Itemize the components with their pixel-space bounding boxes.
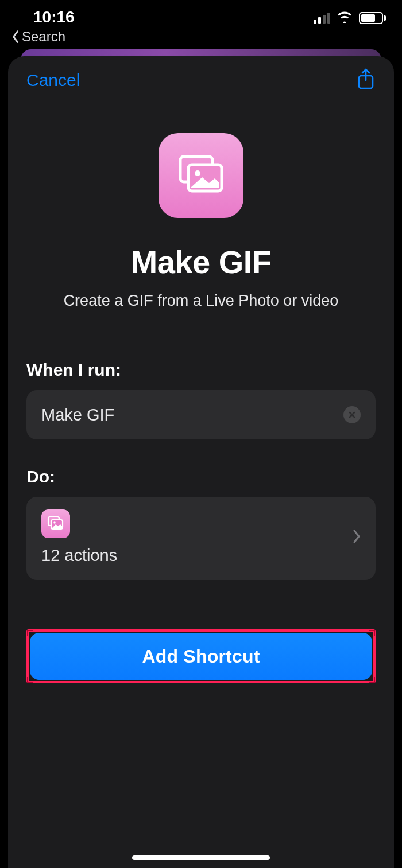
hero: Make GIF Create a GIF from a Live Photo … xyxy=(26,133,376,310)
back-to-search[interactable]: Search xyxy=(11,29,65,45)
shortcut-name-value: Make GIF xyxy=(41,406,343,425)
wifi-icon xyxy=(336,9,353,27)
shortcut-sheet: Cancel Make GIF Create a GIF from a Live… xyxy=(8,56,394,868)
svg-point-6 xyxy=(53,521,56,524)
actions-row[interactable]: 12 actions xyxy=(26,497,376,580)
battery-icon xyxy=(359,12,386,24)
cancel-button[interactable]: Cancel xyxy=(26,71,80,90)
when-i-run-label: When I run: xyxy=(26,360,376,380)
phone-frame: 10:16 Search Cancel xyxy=(0,0,402,868)
status-bar: 10:16 xyxy=(0,0,402,31)
svg-point-3 xyxy=(195,170,200,176)
photos-icon xyxy=(177,154,225,197)
cellular-signal-icon xyxy=(314,12,330,24)
add-shortcut-button[interactable]: Add Shortcut xyxy=(30,633,372,680)
sheet-header: Cancel xyxy=(26,56,376,104)
close-icon xyxy=(348,411,356,419)
status-right xyxy=(314,9,386,27)
shortcut-app-icon xyxy=(159,133,243,218)
shortcut-name-field[interactable]: Make GIF xyxy=(26,390,376,439)
back-label: Search xyxy=(22,29,65,45)
do-label: Do: xyxy=(26,467,376,486)
clear-name-button[interactable] xyxy=(343,406,361,423)
chevron-left-icon xyxy=(11,30,20,44)
photos-icon xyxy=(47,516,64,531)
add-shortcut-highlight: Add Shortcut xyxy=(26,629,376,683)
chevron-right-icon xyxy=(353,529,361,546)
actions-mini-icon xyxy=(41,509,70,538)
shortcut-title: Make GIF xyxy=(131,243,272,281)
status-time: 10:16 xyxy=(33,8,75,26)
share-icon xyxy=(356,68,376,91)
home-indicator[interactable] xyxy=(132,855,270,860)
share-button[interactable] xyxy=(356,68,376,93)
shortcut-subtitle: Create a GIF from a Live Photo or video xyxy=(60,292,342,310)
actions-count: 12 actions xyxy=(41,546,353,565)
